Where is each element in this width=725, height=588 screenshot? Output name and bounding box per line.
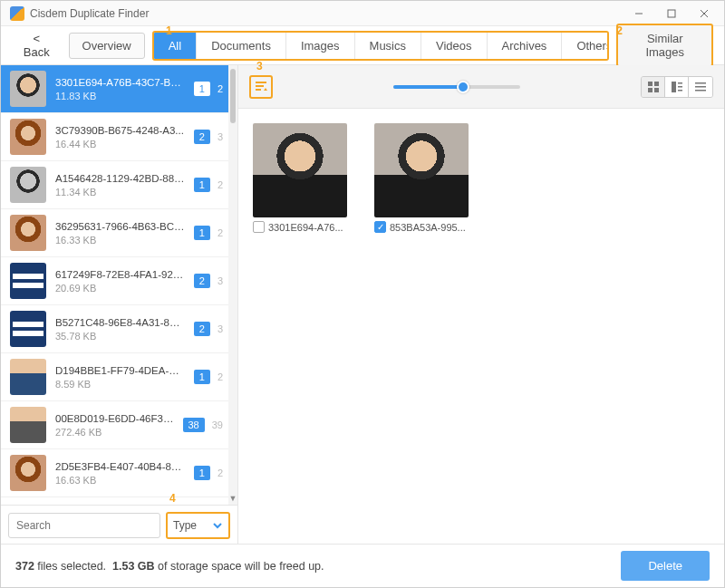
- select-checkbox[interactable]: [374, 221, 386, 233]
- item-name: 36295631-7966-4B63-BC9...: [55, 221, 185, 232]
- category-tabs: AllDocumentsImagesMusicsVideosArchivesOt…: [152, 31, 610, 61]
- chevron-down-icon: [212, 520, 223, 531]
- sort-button[interactable]: [249, 75, 273, 99]
- total-badge: 3: [212, 130, 228, 144]
- list-item[interactable]: 2D5E3FB4-E407-40B4-815... 16.63 KB 1 2: [1, 449, 237, 497]
- item-size: 8.59 KB: [55, 379, 185, 390]
- tab-others[interactable]: Others: [562, 33, 609, 59]
- preview-card[interactable]: 853BA53A-995...: [374, 123, 474, 233]
- total-badge: 2: [212, 226, 228, 240]
- list-item[interactable]: D194BBE1-FF79-4DEA-95... 8.59 KB 1 2: [1, 353, 237, 401]
- item-size: 16.44 KB: [55, 139, 185, 149]
- type-dropdown-label: Type: [173, 519, 197, 532]
- tab-musics[interactable]: Musics: [355, 33, 421, 59]
- view-grid-button[interactable]: [642, 77, 665, 97]
- item-name: 2D5E3FB4-E407-40B4-815...: [55, 461, 185, 472]
- count-badge: 1: [194, 178, 210, 192]
- thumbnail: [10, 215, 46, 251]
- total-badge: 3: [212, 322, 228, 336]
- tab-documents[interactable]: Documents: [197, 33, 286, 59]
- maximize-button[interactable]: [655, 1, 688, 25]
- similar-images-button[interactable]: Similar Images: [616, 24, 713, 67]
- window-title: Cisdem Duplicate Finder: [30, 7, 623, 20]
- delete-button[interactable]: Delete: [621, 551, 710, 581]
- svg-rect-5: [654, 82, 659, 86]
- overview-button[interactable]: Overview: [69, 33, 145, 59]
- svg-rect-6: [648, 88, 652, 92]
- preview-grid: 3301E694-A76... 853BA53A-995...: [238, 109, 724, 545]
- thumbnail: [10, 71, 46, 107]
- tab-images[interactable]: Images: [286, 33, 355, 59]
- list-item[interactable]: B5271C48-96E8-4A31-810... 35.78 KB 2 3: [1, 305, 237, 353]
- count-badge: 1: [194, 370, 210, 384]
- total-badge: 2: [212, 466, 228, 480]
- svg-rect-7: [654, 88, 659, 92]
- total-badge: 2: [212, 178, 228, 192]
- total-badge: 2: [212, 370, 228, 384]
- total-badge: 39: [207, 418, 228, 432]
- svg-rect-4: [648, 82, 652, 86]
- minimize-button[interactable]: [623, 1, 655, 25]
- sidebar-footer: Type: [1, 505, 237, 545]
- svg-rect-10: [678, 86, 682, 88]
- item-name: 3C79390B-B675-4248-A3...: [55, 125, 185, 136]
- list-item[interactable]: 00E8D019-E6DD-46F3-9E... 272.46 KB 38 39: [1, 401, 237, 449]
- list-item[interactable]: 36295631-7966-4B63-BC9... 16.33 KB 1 2: [1, 209, 237, 257]
- scrollbar-thumb[interactable]: [230, 69, 236, 123]
- thumbnail: [10, 407, 46, 443]
- item-size: 272.46 KB: [55, 427, 174, 438]
- svg-rect-13: [695, 86, 706, 88]
- zoom-slider-wrap: [284, 85, 630, 89]
- list-item[interactable]: 3301E694-A76B-43C7-B8... 11.83 KB 1 2: [1, 65, 237, 113]
- svg-rect-9: [678, 82, 682, 84]
- main-area: 3301E694-A76B-43C7-B8... 11.83 KB 1 2 3C…: [1, 64, 724, 545]
- total-badge: 2: [212, 82, 228, 96]
- callout-3: 3: [256, 60, 263, 72]
- svg-rect-8: [672, 82, 676, 92]
- duplicate-list[interactable]: 3301E694-A76B-43C7-B8... 11.83 KB 1 2 3C…: [1, 65, 237, 505]
- item-name: 3301E694-A76B-43C7-B8...: [55, 77, 185, 88]
- item-size: 20.69 KB: [55, 283, 185, 294]
- item-size: 16.63 KB: [55, 475, 185, 486]
- tab-all[interactable]: All: [154, 33, 197, 59]
- item-size: 35.78 KB: [55, 331, 185, 342]
- content-pane: 3 3301E694-A76... 853BA53A-995...: [238, 65, 724, 545]
- callout-4: 4: [169, 492, 176, 505]
- thumbnail: [10, 263, 46, 299]
- preview-label: 853BA53A-995...: [390, 222, 466, 233]
- zoom-slider[interactable]: [393, 85, 520, 89]
- view-large-button[interactable]: [665, 77, 689, 97]
- close-button[interactable]: [688, 1, 720, 25]
- list-item[interactable]: 617249F8-72E8-4FA1-921... 20.69 KB 2 3: [1, 257, 237, 305]
- preview-label: 3301E694-A76...: [268, 222, 343, 233]
- type-dropdown[interactable]: Type: [166, 512, 230, 539]
- item-name: B5271C48-96E8-4A31-810...: [55, 317, 185, 328]
- slider-knob[interactable]: [457, 81, 469, 93]
- svg-rect-12: [695, 82, 706, 84]
- preview-card[interactable]: 3301E694-A76...: [253, 123, 353, 233]
- count-badge: 2: [194, 130, 210, 144]
- item-name: A1546428-1129-42BD-889...: [55, 173, 185, 184]
- search-input[interactable]: [8, 513, 160, 538]
- count-badge: 1: [194, 466, 210, 480]
- thumbnail: [10, 167, 46, 203]
- tab-videos[interactable]: Videos: [421, 33, 488, 59]
- list-item[interactable]: 3C79390B-B675-4248-A3... 16.44 KB 2 3: [1, 113, 237, 161]
- count-badge: 2: [194, 274, 210, 288]
- tab-archives[interactable]: Archives: [488, 33, 563, 59]
- back-button[interactable]: < Back: [12, 28, 62, 63]
- thumbnail: [10, 311, 46, 347]
- scrollbar[interactable]: ▲ ▼: [228, 65, 237, 505]
- item-name: 00E8D019-E6DD-46F3-9E...: [55, 413, 174, 424]
- count-badge: 1: [194, 226, 210, 240]
- count-badge: 1: [194, 82, 210, 96]
- select-checkbox[interactable]: [253, 221, 265, 233]
- callout-1: 1: [166, 24, 172, 37]
- view-list-button[interactable]: [689, 77, 712, 97]
- item-size: 16.33 KB: [55, 235, 185, 246]
- thumbnail: [10, 119, 46, 155]
- preview-image: [374, 123, 469, 217]
- total-badge: 3: [212, 274, 228, 288]
- list-item[interactable]: A1546428-1129-42BD-889... 11.34 KB 1 2: [1, 161, 237, 209]
- item-name: D194BBE1-FF79-4DEA-95...: [55, 365, 185, 376]
